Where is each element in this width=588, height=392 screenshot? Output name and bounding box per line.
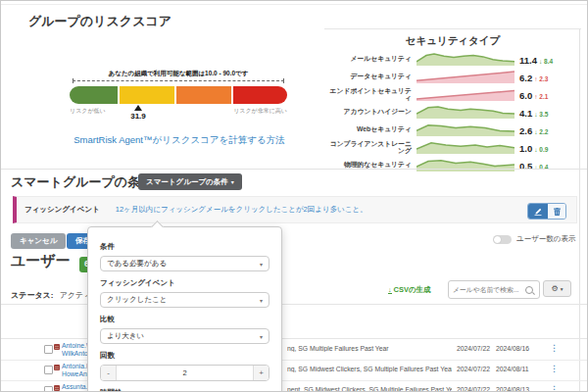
- cancel-button[interactable]: キャンセル: [11, 233, 66, 249]
- search-icon: [525, 286, 533, 294]
- gauge-segment-medium: [120, 86, 174, 104]
- event-select[interactable]: クリックしたこと▾: [100, 292, 270, 308]
- count-value[interactable]: 2: [117, 366, 253, 380]
- sparkline-chart: [416, 122, 514, 136]
- users-title: ユーザー: [11, 252, 71, 270]
- security-types-panel: セキュリティタイプ メールセキュリティ 11.4↓ 8.4 データセキュリティ …: [324, 28, 581, 170]
- generate-csv-link[interactable]: ↓CSVの生成: [388, 285, 431, 295]
- user-groups: ng, SG Multiple Failures Past Year: [287, 345, 452, 352]
- gauge-bar: [70, 86, 287, 104]
- section-divider: [1, 169, 587, 170]
- condition-label: 条件: [100, 242, 270, 252]
- table-settings-button[interactable]: ⚙▾: [543, 280, 571, 297]
- count-label: 回数: [100, 351, 270, 361]
- top-divider: [1, 4, 587, 5]
- page-title: グループのリスクスコア: [28, 13, 172, 30]
- security-row: メールセキュリティ 11.4↓ 8.4: [328, 50, 579, 68]
- security-row: 物理的なセキュリティ 0.5↓ 0.4: [328, 156, 579, 173]
- comparison-select[interactable]: より大きい▾: [100, 328, 270, 344]
- smart-group-criteria-button[interactable]: スマートグループの条件▾: [138, 173, 242, 190]
- gauge-segment-low: [70, 86, 118, 104]
- criteria-type-label: フィッシングイベント: [24, 205, 100, 215]
- last-login-date: 2024/08/13: [496, 386, 529, 392]
- gauge-segment-very-high: [233, 86, 287, 104]
- joined-date: 2024/07/22: [457, 345, 490, 352]
- row-actions-menu[interactable]: ⋮: [550, 364, 559, 373]
- user-groups: ng, SG Midwest Clickers, SG Multiple Fai…: [287, 366, 452, 372]
- risk-score-value: 31.9: [122, 112, 154, 121]
- delete-criteria-button[interactable]: [548, 204, 565, 219]
- criteria-actions: [527, 203, 566, 220]
- security-row: コンプライアンストレーニング 1.0↓ 0.9: [328, 138, 579, 156]
- count-stepper: - 2 +: [100, 365, 270, 381]
- timeframe-label: 時間枠: [100, 388, 270, 392]
- group-risk-dashboard: { "risk_score": { "title": "グループのリスクスコア"…: [0, 0, 588, 392]
- row-checkbox[interactable]: [44, 366, 53, 374]
- gauge-high-label: リスクが非常に高い: [233, 107, 287, 116]
- comparison-label: 比較: [100, 315, 270, 324]
- sparkline-chart: [416, 87, 514, 101]
- pencil-icon: [534, 208, 542, 216]
- trash-icon: [554, 208, 561, 216]
- security-row: Webセキュリティ 2.6↓ 2.2: [328, 121, 579, 138]
- org-user-icon: [54, 344, 60, 350]
- smart-group-title: スマートグループの条件: [11, 173, 153, 191]
- chevron-down-icon: ▾: [561, 286, 564, 292]
- joined-date: 2024/07/22: [457, 366, 490, 372]
- increment-button[interactable]: +: [253, 366, 269, 380]
- chevron-down-icon: ▾: [260, 297, 263, 304]
- decrement-button[interactable]: -: [101, 366, 117, 380]
- security-row: アカウントハイジーン 4.1↓ 3.5: [328, 103, 579, 121]
- gauge-range-bracket: [73, 80, 284, 85]
- event-label: フィッシングイベント: [100, 278, 270, 288]
- gauge-marker-icon: [134, 105, 142, 111]
- search-input[interactable]: [449, 286, 525, 293]
- gauge-segment-high: [176, 86, 231, 104]
- toggle-knob: [494, 236, 501, 243]
- user-count-toggle-wrap: ユーザー数の表示: [493, 234, 576, 244]
- row-actions-menu[interactable]: ⋮: [550, 384, 559, 392]
- last-login-date: 2024/08/11: [496, 366, 529, 372]
- row-checkbox[interactable]: [44, 386, 53, 392]
- chevron-down-icon: ▾: [260, 333, 263, 340]
- org-user-icon: [54, 365, 60, 370]
- sparkline-chart: [416, 105, 514, 119]
- user-count-toggle-label: ユーザー数の表示: [516, 234, 576, 244]
- edit-criteria-button[interactable]: [528, 204, 548, 219]
- row-actions-menu[interactable]: ⋮: [550, 343, 559, 353]
- sparkline-chart: [416, 52, 514, 66]
- sparkline-chart: [416, 70, 514, 83]
- criteria-editor-popover: 条件 である必要がある▾ フィッシングイベント クリックしたこと▾ 比較 より大…: [87, 226, 282, 392]
- joined-date: 2024/07/22: [457, 386, 490, 392]
- security-types-title: セキュリティタイプ: [324, 34, 581, 48]
- sparkline-chart: [416, 140, 514, 154]
- download-icon: ↓: [388, 287, 392, 294]
- status-label: ステータス:: [11, 291, 53, 300]
- user-search-box: [448, 280, 540, 299]
- last-login-date: 2024/08/16: [496, 345, 529, 352]
- user-count-toggle[interactable]: [493, 235, 512, 244]
- row-checkbox[interactable]: [44, 345, 53, 354]
- user-groups: nent, SG Midwest Clickers, SG Multiple F…: [287, 386, 452, 392]
- security-types-rows: メールセキュリティ 11.4↓ 8.4 データセキュリティ 6.2↑ 2.3 エ…: [328, 50, 579, 170]
- gauge-range-note: あなたの組織で利用可能な範囲は10.0 - 90.0です: [70, 70, 287, 78]
- chevron-down-icon: ▾: [260, 261, 263, 268]
- security-row: エンドポイントセキュリティ 6.0↑ 2.1: [328, 85, 579, 103]
- smartrisk-help-link[interactable]: SmartRisk Agent™がリスクスコアを計算する方法: [52, 134, 307, 147]
- condition-select[interactable]: である必要がある▾: [100, 256, 270, 271]
- gear-icon: ⚙: [552, 284, 559, 293]
- security-row: データセキュリティ 6.2↑ 2.3: [328, 68, 579, 85]
- chevron-down-icon: ▾: [231, 179, 234, 185]
- risk-gauge: あなたの組織で利用可能な範囲は10.0 - 90.0です 31.9 リスクが低い…: [70, 70, 287, 128]
- gauge-low-label: リスクが低い: [70, 107, 106, 116]
- criteria-summary-link[interactable]: 12ヶ月以内にフィッシングメールをクリックしたことが2回より多いこと。: [116, 205, 368, 215]
- org-user-icon: [54, 385, 60, 391]
- criteria-banner: フィッシングイベント 12ヶ月以内にフィッシングメールをクリックしたことが2回よ…: [13, 196, 577, 223]
